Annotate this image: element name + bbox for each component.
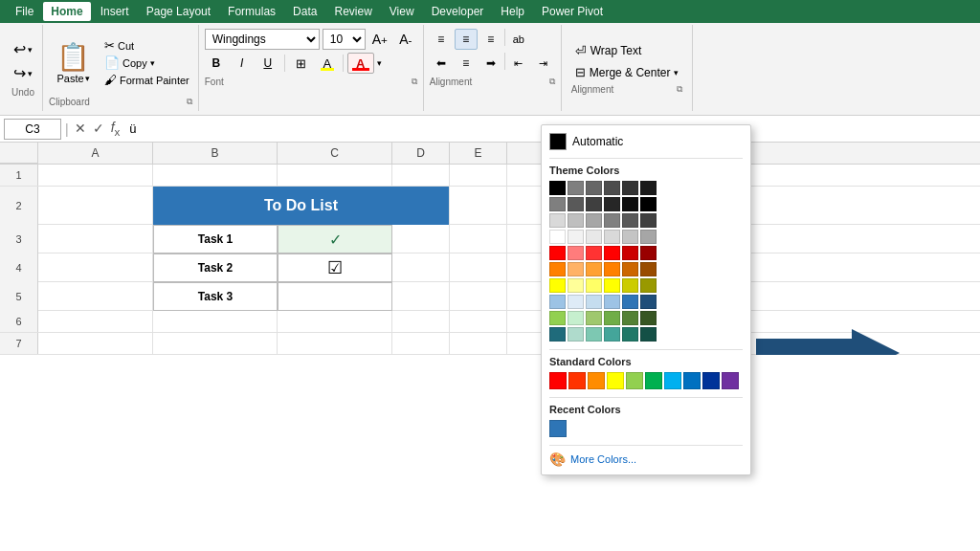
- menu-page-layout[interactable]: Page Layout: [139, 2, 218, 21]
- align-top-right-button[interactable]: ≡: [479, 29, 502, 50]
- theme-swatch[interactable]: [549, 311, 566, 325]
- theme-swatch[interactable]: [549, 197, 566, 211]
- theme-swatch[interactable]: [604, 197, 620, 211]
- theme-swatch[interactable]: [622, 278, 638, 293]
- standard-color-swatch[interactable]: [664, 372, 681, 389]
- theme-swatch[interactable]: [640, 181, 657, 195]
- cell-a6[interactable]: [38, 311, 153, 332]
- theme-swatch[interactable]: [604, 311, 620, 325]
- wrap-text-button[interactable]: ⏎ Wrap Text: [571, 41, 683, 60]
- cell-d2[interactable]: [450, 187, 507, 225]
- theme-swatch[interactable]: [640, 246, 657, 260]
- cancel-formula-icon[interactable]: ✕: [73, 121, 88, 136]
- cell-d7[interactable]: [392, 333, 450, 354]
- theme-swatch[interactable]: [604, 246, 620, 260]
- theme-swatch[interactable]: [568, 181, 584, 195]
- recent-color-swatch[interactable]: [549, 420, 567, 437]
- cell-reference-box[interactable]: C3: [4, 119, 61, 140]
- theme-swatch[interactable]: [622, 295, 638, 309]
- theme-swatch[interactable]: [640, 213, 657, 228]
- cell-c7[interactable]: [278, 333, 392, 354]
- alignment-expand-icon[interactable]: ⧉: [549, 77, 555, 87]
- cell-c4[interactable]: ☑: [278, 253, 392, 282]
- cut-button[interactable]: ✂ Cut: [101, 37, 192, 54]
- theme-swatch[interactable]: [586, 278, 602, 293]
- merge-center-button[interactable]: ⊟ Merge & Center ▾: [571, 63, 683, 81]
- menu-help[interactable]: Help: [493, 2, 532, 21]
- increase-indent-button[interactable]: ⇥: [532, 53, 555, 74]
- cell-b5[interactable]: Task 3: [153, 282, 278, 311]
- orient-button[interactable]: ab: [507, 29, 530, 50]
- theme-swatch[interactable]: [640, 197, 657, 211]
- underline-button[interactable]: U: [256, 53, 279, 74]
- standard-color-swatch[interactable]: [645, 372, 662, 389]
- theme-swatch[interactable]: [604, 262, 620, 276]
- theme-swatch[interactable]: [568, 278, 584, 293]
- italic-button[interactable]: I: [231, 53, 254, 74]
- cell-e1[interactable]: [450, 165, 507, 186]
- menu-developer[interactable]: Developer: [424, 2, 492, 21]
- theme-swatch[interactable]: [604, 278, 620, 293]
- cell-a1[interactable]: [38, 165, 153, 186]
- theme-swatch[interactable]: [568, 311, 584, 325]
- theme-swatch[interactable]: [586, 197, 602, 211]
- theme-swatch[interactable]: [568, 262, 584, 276]
- standard-color-swatch[interactable]: [607, 372, 624, 389]
- theme-swatch[interactable]: [568, 197, 584, 211]
- standard-color-swatch[interactable]: [549, 372, 567, 389]
- copy-button[interactable]: 📄 Copy ▾: [101, 55, 192, 71]
- col-header-c[interactable]: C: [278, 143, 392, 164]
- theme-swatch[interactable]: [586, 262, 602, 276]
- clipboard-expand-icon[interactable]: ⧉: [187, 97, 192, 107]
- format-painter-button[interactable]: 🖌 Format Painter: [101, 72, 192, 88]
- cell-e5[interactable]: [450, 282, 507, 311]
- cell-a2[interactable]: [38, 187, 153, 225]
- theme-swatch[interactable]: [586, 246, 602, 260]
- font-name-select[interactable]: Wingdings: [205, 29, 320, 50]
- theme-swatch[interactable]: [568, 295, 584, 309]
- theme-swatch[interactable]: [568, 213, 584, 228]
- standard-color-swatch[interactable]: [568, 372, 586, 389]
- theme-swatch[interactable]: [586, 327, 602, 342]
- theme-swatch[interactable]: [622, 327, 638, 342]
- col-header-e[interactable]: E: [450, 143, 507, 164]
- cell-e6[interactable]: [450, 311, 507, 332]
- wrap-expand-icon[interactable]: ⧉: [677, 84, 682, 95]
- cell-c6[interactable]: [278, 311, 392, 332]
- theme-swatch[interactable]: [604, 327, 620, 342]
- col-header-b[interactable]: B: [153, 143, 278, 164]
- font-expand-icon[interactable]: ⧉: [412, 77, 417, 87]
- theme-swatch[interactable]: [549, 181, 566, 195]
- standard-color-swatch[interactable]: [588, 372, 605, 389]
- theme-swatch[interactable]: [622, 311, 638, 325]
- cell-a4[interactable]: [38, 253, 153, 282]
- cell-b2-merged[interactable]: To Do List: [153, 187, 450, 225]
- theme-swatch[interactable]: [586, 213, 602, 228]
- cell-d5[interactable]: [392, 282, 450, 311]
- decrease-font-button[interactable]: A-: [394, 29, 417, 50]
- redo-button[interactable]: ↪ ▾: [10, 62, 36, 84]
- col-header-a[interactable]: A: [38, 143, 153, 164]
- theme-swatch[interactable]: [586, 311, 602, 325]
- col-header-d[interactable]: D: [392, 143, 450, 164]
- increase-font-button[interactable]: A+: [368, 29, 391, 50]
- cell-e3[interactable]: [450, 225, 507, 253]
- align-top-left-button[interactable]: ≡: [430, 29, 453, 50]
- cell-c3[interactable]: ✓: [278, 225, 392, 253]
- theme-swatch[interactable]: [622, 213, 638, 228]
- align-center-button[interactable]: ≡: [455, 53, 478, 74]
- theme-swatch[interactable]: [568, 327, 584, 342]
- theme-swatch[interactable]: [622, 181, 638, 195]
- cell-a3[interactable]: [38, 225, 153, 253]
- fill-color-button[interactable]: A: [316, 53, 339, 74]
- theme-swatch[interactable]: [549, 278, 566, 293]
- align-left-button[interactable]: ⬅: [430, 53, 453, 74]
- standard-color-swatch[interactable]: [683, 372, 701, 389]
- cell-c5[interactable]: [278, 282, 392, 311]
- cell-b1[interactable]: [153, 165, 278, 186]
- theme-swatch[interactable]: [622, 230, 638, 244]
- insert-function-icon[interactable]: fx: [109, 120, 122, 138]
- menu-file[interactable]: File: [8, 2, 41, 21]
- cell-a7[interactable]: [38, 333, 153, 354]
- theme-swatch[interactable]: [640, 311, 657, 325]
